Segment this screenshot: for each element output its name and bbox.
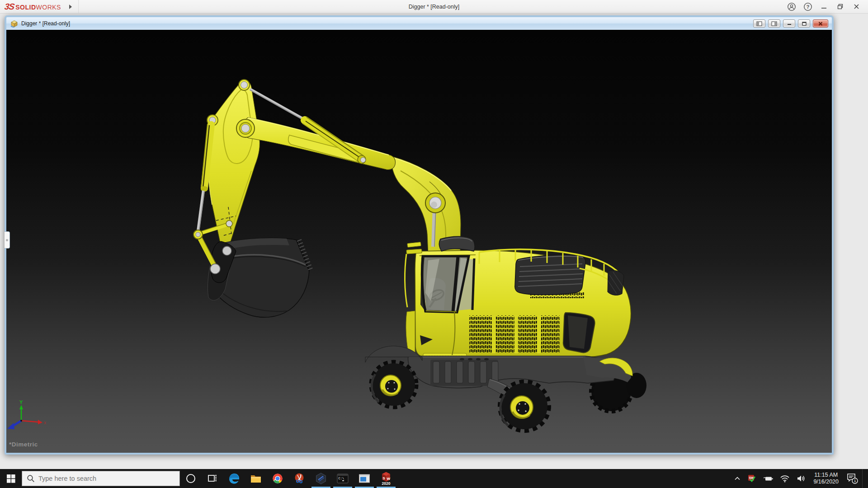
show-right-pane-button[interactable] (768, 19, 780, 28)
action-center-icon[interactable]: 1 (843, 469, 861, 488)
battery-icon[interactable] (760, 469, 776, 488)
taskbar: C:\ S W 2020 (0, 469, 868, 488)
rear-window (563, 313, 595, 352)
tray-chevron-icon[interactable] (731, 469, 744, 488)
clock-time: 11:15 AM (813, 472, 839, 479)
brand-text-solid: SOLID (15, 4, 36, 11)
snipping-tool-icon (293, 472, 306, 485)
minimize-button[interactable] (819, 2, 829, 12)
graphics-viewport[interactable]: Y x *Dimetric (6, 30, 832, 453)
search-icon (27, 474, 35, 483)
engine-cover[interactable] (515, 255, 585, 295)
help-icon[interactable]: ? (803, 2, 813, 12)
front-left-wheel[interactable] (372, 363, 415, 406)
taskbar-item-edrawings[interactable] (310, 469, 332, 488)
upper-body[interactable] (405, 236, 631, 359)
solidworks-2020-icon: S W 2020 (379, 471, 393, 486)
svg-text:2020: 2020 (382, 481, 391, 486)
menu-flyout-arrow-icon[interactable] (69, 5, 72, 9)
solidworks-logo: 3S SOLID WORKS (0, 2, 61, 12)
stick-pivot-pin[interactable] (236, 119, 255, 137)
screen: 3S SOLID WORKS Digger * [Read-only] ? (0, 0, 868, 488)
notification-badge: 1 (854, 479, 856, 483)
document-titlebar[interactable]: Digger * [Read-only] (6, 17, 832, 30)
taskbar-item-window-app[interactable] (354, 469, 375, 488)
taskbar-item-chrome[interactable] (267, 469, 288, 488)
taskbar-item-snipping-tool[interactable] (288, 469, 310, 488)
show-left-pane-button[interactable] (753, 19, 765, 28)
front-right-wheel[interactable] (500, 383, 548, 430)
doc-minimize-button[interactable] (783, 19, 795, 28)
document-window-controls (753, 19, 830, 28)
svg-text:W: W (387, 477, 391, 481)
svg-text:S: S (383, 476, 386, 480)
apex-pin[interactable] (239, 80, 250, 90)
restore-button[interactable] (835, 2, 845, 12)
triad-x-label: x (44, 420, 46, 425)
doc-restore-button[interactable] (798, 19, 810, 28)
document-title: Digger * [Read-only] (21, 20, 70, 27)
file-explorer-icon (250, 472, 262, 485)
view-orientation-label: *Dimetric (9, 441, 38, 448)
command-prompt-icon: C:\ (336, 472, 349, 485)
app-titlebar: 3S SOLID WORKS Digger * [Read-only] ? (0, 0, 868, 14)
solidworks-logo-mark: 3S (4, 2, 14, 12)
clock[interactable]: 11:15 AM 9/16/2020 (810, 472, 842, 485)
hexagon-app-icon (315, 472, 327, 485)
start-button[interactable] (0, 469, 22, 488)
taskbar-item-solidworks[interactable]: S W 2020 (375, 469, 397, 488)
taskbar-item-file-explorer[interactable] (245, 469, 267, 488)
splitter-dot (6, 239, 8, 241)
search-input[interactable] (38, 475, 165, 482)
document-window: Digger * [Read-only] (5, 15, 834, 455)
cortana-icon (185, 473, 196, 484)
solidworks-monitor-tray-icon[interactable]: SW (745, 469, 759, 488)
app-window-title: Digger * [Read-only] (0, 4, 868, 10)
system-tray: SW 11:15 AM 9/16/2020 1 (731, 469, 868, 488)
volume-icon[interactable] (793, 469, 809, 488)
taskbar-item-edge[interactable] (223, 469, 245, 488)
svg-text:C:\: C:\ (339, 477, 344, 480)
clock-date: 9/16/2020 (813, 479, 839, 485)
app-window-controls: ? (787, 2, 868, 12)
featuremanager-splitter-tab[interactable] (5, 231, 10, 249)
triad-y-label: Y (19, 399, 23, 405)
task-view-icon (207, 473, 218, 484)
edge-icon (228, 472, 241, 485)
cab-roof (439, 236, 475, 251)
excavator-3d-model[interactable]: Y x *Dimetric (6, 30, 832, 453)
wifi-icon[interactable] (777, 469, 793, 488)
show-desktop-button[interactable] (862, 469, 865, 488)
close-button[interactable] (852, 2, 862, 12)
orientation-triad: Y x (7, 399, 46, 429)
svg-text:?: ? (806, 4, 809, 9)
cab-handrail (405, 254, 407, 307)
taskbar-item-command-prompt[interactable]: C:\ (332, 469, 354, 488)
doc-close-button[interactable] (813, 19, 828, 28)
taskbar-item-task-view[interactable] (202, 469, 223, 488)
taskbar-item-cortana[interactable] (180, 469, 202, 488)
titlebar-separator (78, 0, 79, 13)
part-document-icon (10, 19, 19, 28)
chrome-icon (271, 472, 284, 485)
window-app-icon (358, 472, 371, 485)
counterweight-mesh (608, 270, 624, 295)
taskbar-search-box[interactable] (22, 471, 180, 486)
account-icon[interactable] (787, 2, 797, 12)
brand-text-works: WORKS (36, 4, 61, 11)
